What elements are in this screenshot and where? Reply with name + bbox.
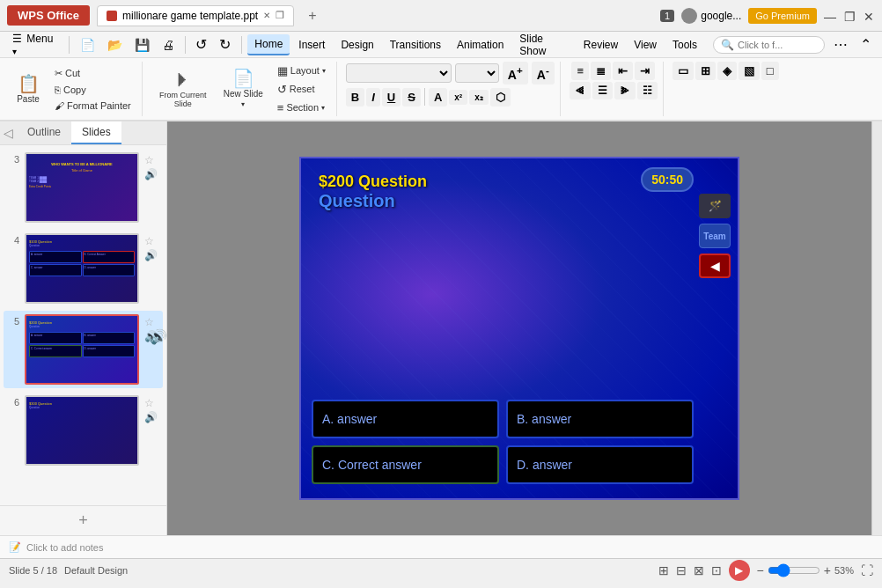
slide-canvas[interactable]: $200 Question Question 50:50 🪄 Team ◀ — [299, 157, 739, 500]
view-book-icon[interactable]: ⊡ — [711, 563, 722, 577]
answer-d[interactable]: D. answer — [506, 445, 694, 484]
fit-page-button[interactable]: ⛶ — [861, 563, 873, 577]
undo-button[interactable]: ↺ — [190, 33, 212, 55]
menu-tools[interactable]: Tools — [665, 35, 704, 55]
minimize-button[interactable]: — — [824, 10, 836, 22]
arrange-button[interactable]: ⊞ — [695, 62, 716, 80]
menu-review[interactable]: Review — [577, 35, 625, 55]
add-tab-button[interactable]: + — [301, 6, 323, 26]
slide-thumb-3[interactable]: WHO WANTS TO BE A MILLIONAIRE Title of G… — [25, 152, 139, 223]
bold-button[interactable]: B — [346, 88, 364, 107]
star-icon-6[interactable]: ☆ — [144, 397, 158, 409]
answer-c[interactable]: C. Correct answer — [312, 445, 499, 484]
slide-item-3[interactable]: 3 WHO WANTS TO BE A MILLIONAIRE Title of… — [4, 149, 163, 226]
answer-b[interactable]: B. answer — [506, 400, 694, 438]
shape-button[interactable]: ▭ — [673, 62, 694, 80]
slide-thumb-5[interactable]: $200 Question Question A. answer B. answ… — [25, 314, 139, 385]
menu-view[interactable]: View — [627, 35, 664, 55]
close-button[interactable]: ✕ — [863, 10, 875, 22]
answer-a[interactable]: A. answer — [312, 400, 499, 438]
fill-button[interactable]: ▧ — [739, 62, 760, 80]
numbering-button[interactable]: ≣ — [591, 62, 611, 80]
slide-thumb-6[interactable]: $300 Question Question — [25, 395, 139, 466]
toolbar-open-icon[interactable]: 📂 — [102, 35, 128, 55]
add-slide-button[interactable]: + — [0, 505, 166, 535]
menu-design[interactable]: Design — [334, 35, 380, 55]
decrease-indent-button[interactable]: ⇤ — [613, 62, 633, 80]
justify-button[interactable]: ☷ — [637, 82, 658, 99]
decrease-font-button[interactable]: A- — [532, 62, 555, 85]
tab-slides[interactable]: Slides — [71, 121, 121, 144]
toolbar-save-icon[interactable]: 💾 — [129, 35, 155, 55]
notes-placeholder[interactable]: Click to add notes — [26, 542, 103, 553]
outline-button[interactable]: □ — [761, 62, 779, 80]
redo-button[interactable]: ↻ — [214, 33, 236, 55]
restore-button[interactable]: ❐ — [843, 10, 856, 22]
toolbar-more-icon[interactable]: ⋯ — [828, 33, 853, 55]
slide-sound-icon[interactable]: 🔊 — [150, 328, 167, 345]
underline-button[interactable]: U — [382, 88, 401, 107]
restore-button-tab[interactable]: ❐ — [276, 10, 284, 21]
toolbar-print-icon[interactable]: 🖨 — [157, 35, 180, 55]
clear-format-button[interactable]: ⬡ — [490, 88, 511, 107]
collapse-ribbon-icon[interactable]: ⌃ — [855, 33, 877, 55]
star-icon-3[interactable]: ☆ — [144, 154, 158, 166]
slide-thumb-4[interactable]: $100 Question Question A. answer B. Corr… — [25, 233, 139, 304]
search-input[interactable] — [738, 40, 817, 50]
zoom-slider[interactable] — [768, 563, 820, 577]
zoom-in-button[interactable]: + — [824, 563, 831, 577]
panel-collapse-button[interactable]: ◁ — [0, 121, 17, 144]
menu-button[interactable]: ☰ Menu ▾ — [5, 29, 63, 61]
increase-font-button[interactable]: A+ — [503, 62, 528, 85]
team-button[interactable]: Team — [699, 224, 731, 248]
section-button[interactable]: ≡ Section ▾ — [272, 99, 331, 116]
superscript-button[interactable]: x² — [449, 90, 467, 105]
bullets-button[interactable]: ≡ — [571, 62, 589, 80]
slide-item-5[interactable]: 5 $200 Question Question A. answer B. an… — [4, 311, 163, 388]
paste-button[interactable]: 📋 Paste — [11, 71, 46, 107]
align-center-button[interactable]: ☰ — [592, 82, 613, 99]
zoom-out-button[interactable]: − — [757, 563, 764, 577]
increase-indent-button[interactable]: ⇥ — [635, 62, 655, 80]
menu-insert[interactable]: Insert — [291, 35, 332, 55]
timer-badge[interactable]: 50:50 — [641, 167, 694, 192]
reset-button[interactable]: ↺ Reset — [272, 81, 331, 98]
quick-styles-button[interactable]: ◈ — [717, 62, 737, 80]
sound-icon-4[interactable]: 🔊 — [144, 249, 158, 261]
toolbar-new-icon[interactable]: 📄 — [75, 35, 100, 55]
font-size-select[interactable] — [455, 63, 499, 83]
search-area[interactable]: 🔍 — [713, 36, 825, 54]
align-right-button[interactable]: ⫸ — [614, 82, 636, 99]
copy-button[interactable]: ⎘ Copy — [49, 83, 136, 97]
right-scrollbar[interactable] — [871, 121, 882, 535]
font-family-select[interactable] — [346, 63, 452, 83]
slide-item-4[interactable]: 4 $100 Question Question A. answer B. Co… — [4, 230, 163, 307]
strikethrough-button[interactable]: S — [402, 88, 421, 107]
from-current-slide-button[interactable]: ⏵ From Current Slide — [151, 66, 215, 112]
slide-item-6[interactable]: 6 $300 Question Question ☆ 🔊 — [4, 392, 163, 469]
layout-button[interactable]: ▦ Layout ▾ — [272, 62, 331, 79]
user-button[interactable]: google... — [681, 8, 741, 24]
italic-button[interactable]: I — [366, 88, 380, 107]
wps-office-button[interactable]: WPS Office — [7, 5, 90, 26]
tab-close-button[interactable]: ✕ — [263, 11, 270, 20]
slide-question[interactable]: Question — [319, 191, 720, 211]
star-icon-4[interactable]: ☆ — [144, 235, 158, 247]
back-button[interactable]: ◀ — [699, 254, 731, 278]
sound-icon-6[interactable]: 🔊 — [144, 411, 158, 423]
file-tab[interactable]: millionare game template.ppt ✕ ❐ — [97, 5, 294, 26]
view-outline-icon[interactable]: ⊟ — [676, 563, 687, 577]
subscript-button[interactable]: x₂ — [469, 90, 489, 105]
new-slide-button[interactable]: 📄 New Slide ▾ — [218, 66, 268, 112]
font-color-button[interactable]: A — [429, 88, 447, 107]
view-grid-icon[interactable]: ⊠ — [694, 563, 704, 577]
sound-icon-3[interactable]: 🔊 — [144, 168, 158, 180]
cut-button[interactable]: ✂ Cut — [49, 66, 136, 81]
play-button[interactable]: ▶ — [729, 560, 750, 581]
format-painter-button[interactable]: 🖌 Format Painter — [49, 99, 136, 113]
align-left-button[interactable]: ⫷ — [570, 82, 591, 99]
wand-button[interactable]: 🪄 — [699, 194, 731, 218]
go-premium-button[interactable]: Go Premium — [748, 8, 817, 24]
menu-slideshow[interactable]: Slide Show — [512, 29, 574, 61]
view-normal-icon[interactable]: ⊞ — [658, 563, 669, 577]
